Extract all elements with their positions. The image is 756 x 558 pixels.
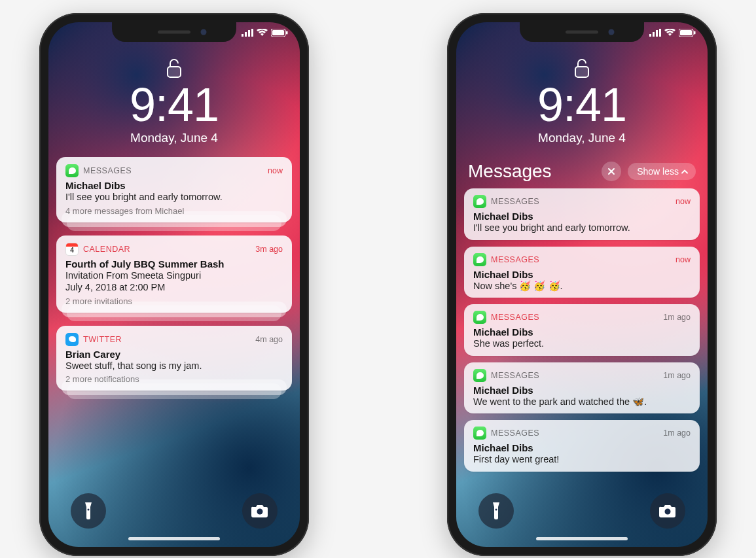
svg-rect-12 xyxy=(656,30,658,37)
lockscreen-left: 9:41 Monday, June 4 MESSAGESnowMichael D… xyxy=(48,22,300,547)
calendar-app-icon: 4 xyxy=(65,243,79,256)
status-indicators xyxy=(242,29,288,37)
notification-body: I'll see you bright and early tomorrow. xyxy=(473,222,691,234)
status-indicators xyxy=(649,29,696,37)
svg-rect-2 xyxy=(248,30,250,37)
svg-rect-3 xyxy=(251,29,253,37)
show-less-button[interactable]: Show less xyxy=(628,163,696,180)
camera-button[interactable] xyxy=(242,493,278,529)
bottom-shortcuts xyxy=(48,493,300,529)
notification-title: Michael Dibs xyxy=(473,269,691,280)
messages-app-icon xyxy=(65,164,79,177)
notification-title: Michael Dibs xyxy=(473,326,691,338)
svg-rect-15 xyxy=(680,30,692,35)
twitter-app-icon xyxy=(65,333,79,346)
camera-icon xyxy=(251,504,268,517)
svg-rect-10 xyxy=(649,34,651,37)
app-name: TWITTER xyxy=(83,335,122,344)
notification-title: Fourth of July BBQ Summer Bash xyxy=(65,258,283,270)
notification-title: Michael Dibs xyxy=(473,211,691,222)
notification-body: First day went great! xyxy=(473,453,691,466)
clock-time: 9:41 xyxy=(456,81,708,128)
notification-title: Michael Dibs xyxy=(473,385,691,396)
timestamp: now xyxy=(675,197,691,206)
notification-group: Messages Show less MESSAGESnowMichael Di… xyxy=(456,145,708,472)
svg-point-18 xyxy=(495,509,497,511)
notification-card[interactable]: TWITTER4m agoBrian CareySweet stuff, tha… xyxy=(56,326,292,391)
notification-card[interactable]: MESSAGESnowMichael DibsI'll see you brig… xyxy=(56,157,292,222)
svg-rect-7 xyxy=(168,67,181,77)
notification-card[interactable]: MESSAGES1m agoMichael DibsShe was perfec… xyxy=(464,304,700,356)
notification-body: I'll see you bright and early tomorrow. xyxy=(65,191,283,203)
timestamp: now xyxy=(675,255,691,264)
svg-rect-17 xyxy=(575,67,588,77)
timestamp: now xyxy=(268,166,283,175)
svg-rect-13 xyxy=(659,29,661,37)
messages-app-icon xyxy=(473,427,486,440)
camera-button[interactable] xyxy=(650,493,685,529)
app-name: MESSAGES xyxy=(491,371,539,380)
signal-icon xyxy=(649,29,661,37)
clock-time: 9:41 xyxy=(48,81,300,128)
more-count: 2 more invitations xyxy=(65,296,283,306)
timestamp: 3m ago xyxy=(255,245,283,254)
wifi-icon xyxy=(257,29,268,37)
timestamp: 4m ago xyxy=(255,335,283,344)
lock-open-icon xyxy=(573,58,590,78)
notification-card[interactable]: MESSAGES1m agoMichael DibsFirst day went… xyxy=(464,420,700,472)
wifi-icon xyxy=(664,29,675,37)
notification-body: Invitation From Smeeta Singpuri July 4, … xyxy=(65,270,283,294)
messages-app-icon xyxy=(473,195,486,208)
notification-title: Brian Carey xyxy=(65,349,283,360)
app-name: MESSAGES xyxy=(83,166,132,175)
timestamp: 1m ago xyxy=(663,313,691,322)
phone-right: 9:41 Monday, June 4 Messages Show less M… xyxy=(447,13,717,556)
more-count: 4 more messages from Michael xyxy=(65,206,283,216)
notch xyxy=(112,22,236,42)
notification-list: MESSAGESnowMichael DibsI'll see you brig… xyxy=(464,188,700,472)
phone-left: 9:41 Monday, June 4 MESSAGESnowMichael D… xyxy=(39,13,309,556)
svg-rect-1 xyxy=(245,32,247,37)
svg-point-8 xyxy=(88,509,90,511)
camera-icon xyxy=(659,504,676,517)
more-count: 2 more notifications xyxy=(65,374,283,384)
app-name: MESSAGES xyxy=(491,428,539,438)
clear-group-button[interactable] xyxy=(602,162,621,181)
flashlight-icon xyxy=(492,502,501,519)
messages-app-icon xyxy=(473,311,486,324)
chevron-up-icon xyxy=(681,169,688,174)
flashlight-button[interactable] xyxy=(478,493,514,529)
notification-card[interactable]: MESSAGESnowMichael DibsI'll see you brig… xyxy=(464,188,700,240)
flashlight-button[interactable] xyxy=(71,493,106,529)
notification-body: Now she's 🥳 🥳 🥳. xyxy=(473,280,691,292)
svg-rect-5 xyxy=(272,30,284,35)
battery-icon xyxy=(271,29,288,37)
group-header: Messages Show less xyxy=(464,157,700,188)
notch xyxy=(520,22,644,42)
app-name: MESSAGES xyxy=(491,313,539,322)
svg-rect-6 xyxy=(286,31,288,35)
group-title: Messages xyxy=(468,161,595,182)
svg-rect-11 xyxy=(653,32,655,37)
notification-title: Michael Dibs xyxy=(65,180,283,191)
notification-title: Michael Dibs xyxy=(473,442,691,453)
notification-body: She was perfect. xyxy=(473,338,691,350)
app-name: MESSAGES xyxy=(491,255,539,264)
app-name: CALENDAR xyxy=(83,245,130,254)
messages-app-icon xyxy=(473,369,486,382)
app-name: MESSAGES xyxy=(491,197,539,206)
notification-card[interactable]: 4CALENDAR3m agoFourth of July BBQ Summer… xyxy=(56,235,292,313)
timestamp: 1m ago xyxy=(663,428,691,438)
notification-list: MESSAGESnowMichael DibsI'll see you brig… xyxy=(48,145,300,391)
close-icon xyxy=(607,167,615,175)
svg-rect-0 xyxy=(242,34,243,37)
clock-date: Monday, June 4 xyxy=(456,131,708,145)
notification-card[interactable]: MESSAGESnowMichael DibsNow she's 🥳 🥳 🥳. xyxy=(464,247,700,298)
clock-date: Monday, June 4 xyxy=(48,131,300,145)
svg-rect-16 xyxy=(694,31,696,35)
flashlight-icon xyxy=(84,502,93,519)
notification-card[interactable]: MESSAGES1m agoMichael DibsWe went to the… xyxy=(464,362,700,414)
timestamp: 1m ago xyxy=(663,371,691,380)
lock-open-icon xyxy=(166,58,183,78)
svg-point-9 xyxy=(257,509,263,515)
